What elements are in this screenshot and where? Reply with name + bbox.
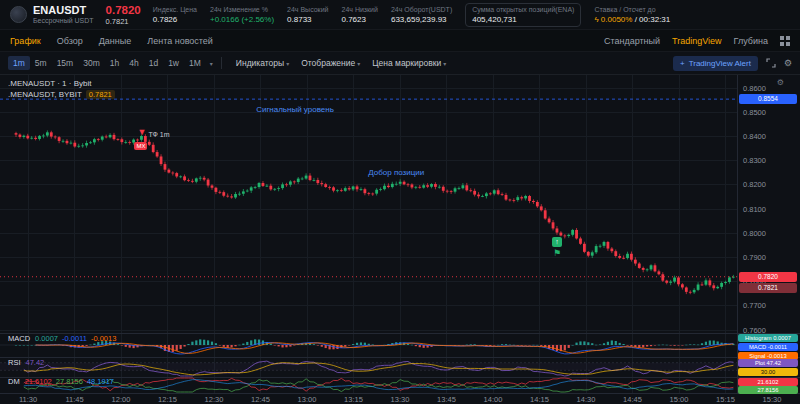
expand-icon[interactable] [766, 58, 776, 68]
chart-settings-icon[interactable]: ⚙ [777, 78, 784, 87]
view-tabs: ГрафикОбзорДанныеЛента новостей [10, 36, 213, 46]
last-price: 0.7820 [106, 4, 141, 17]
stat-value: 0.7623 [342, 14, 378, 25]
timeframe-5m[interactable]: 5m [30, 56, 52, 70]
add-position-label: Добор позиции [368, 168, 424, 177]
legend-symbol: .MENAUSDT, BYBIT [8, 90, 82, 99]
price-axis[interactable]: 0.86000.85000.84000.83000.82000.81000.80… [743, 84, 766, 335]
time-label: 12:00 [112, 395, 131, 404]
layout-grid-icon[interactable] [780, 36, 790, 46]
legend-value: 0.0007 [35, 334, 58, 343]
macd-badge-0: Histogram 0.0007 [738, 334, 798, 342]
header-stats: Индекс. Цена0.782624ч Изменение %+0.0166… [153, 3, 790, 27]
time-label: 11:30 [19, 395, 37, 404]
chevron-down-icon: ▾ [286, 61, 289, 67]
time-label: 15:30 [763, 395, 782, 404]
time-axis[interactable]: 11:3011:4512:0012:1512:3012:4513:0013:15… [19, 395, 782, 404]
stat-label: 24ч Изменение % [210, 5, 274, 14]
timeframe-15m[interactable]: 15m [52, 56, 79, 70]
price-label: 0.7700 [743, 301, 766, 310]
mx-badge: MX [134, 142, 147, 150]
legend-value: -0.0011 [62, 334, 87, 343]
chart-menus: Индикаторы▾Отображение▾Цена маркировки▾ [230, 56, 452, 70]
candles-layer [15, 130, 735, 294]
time-label: 15:15 [716, 395, 735, 404]
time-label: 13:45 [437, 395, 456, 404]
chart-toolbar: 1m5m15m30m1h4h1d1w1M ▾ Индикаторы▾Отобра… [0, 52, 800, 75]
timeframe-1d[interactable]: 1d [144, 56, 163, 70]
signal-level-label: Сигнальный уровень [256, 105, 334, 114]
timeframe-1w[interactable]: 1w [163, 56, 184, 70]
stat-label: 24ч Высокий [287, 5, 328, 14]
time-label: 14:30 [577, 395, 596, 404]
menu-indicators[interactable]: Индикаторы▾ [230, 56, 295, 70]
time-label: 12:15 [158, 395, 177, 404]
time-label: 13:00 [298, 395, 317, 404]
price-label: 0.8300 [743, 156, 766, 165]
tab-overview[interactable]: Обзор [57, 36, 83, 46]
price-label: 0.8500 [743, 108, 766, 117]
price-label: 0.8100 [743, 205, 766, 214]
stat-label: Ставка / Отсчет до [594, 5, 670, 14]
legend-value: 47.42 [26, 358, 45, 367]
tab-news[interactable]: Лента новостей [147, 36, 213, 46]
toolbar-right: + TradingView Alert ⚙ [673, 56, 792, 71]
legend-price-chip: 0.7821 [86, 90, 115, 99]
legend-value: 21.6102 [25, 377, 52, 386]
position-flag-icon: ⚑ [553, 249, 561, 258]
contract-type: Бессрочный USDT [33, 16, 94, 25]
chart-legend-secondary[interactable]: .MENAUSDT, BYBIT0.7821 [8, 90, 115, 99]
price-label: 0.7900 [743, 253, 766, 262]
timeframe-4h[interactable]: 4h [124, 56, 143, 70]
last-price-block: 0.7820 0.7821 [106, 4, 141, 26]
time-label: 11:45 [65, 395, 83, 404]
timeframe-1M[interactable]: 1M [184, 56, 206, 70]
long-entry-marker[interactable]: ↑ [552, 237, 562, 247]
stat-value: 0.8733 [287, 14, 328, 25]
header-stat-high_24h: 24ч Высокий0.8733 [287, 5, 328, 25]
chart-legend-primary[interactable]: .MENAUSDT · 1 · Bybit [8, 79, 91, 88]
menu-display[interactable]: Отображение▾ [295, 56, 366, 70]
mark-price-badge: 0.7821 [739, 283, 797, 293]
tab-chart[interactable]: График [10, 36, 41, 46]
rsi-badge-1: 30.00 [738, 368, 798, 376]
alert-plus-icon: + [680, 59, 685, 68]
candlestick-chart[interactable]: 0.86000.85000.84000.83000.82000.81000.80… [0, 75, 800, 404]
header-stat-turnover_24h: 24ч Оборот(USDT)633,659,239.93 [391, 5, 452, 25]
dm-pane [24, 378, 734, 392]
macd-badge-1: MACD -0.0011 [738, 343, 798, 351]
time-label: 14:00 [484, 395, 503, 404]
legend-value: 27.8156 [56, 377, 83, 386]
mark-price: 0.7821 [106, 17, 141, 26]
time-label: 14:15 [530, 395, 549, 404]
tab-standard[interactable]: Стандартный [604, 36, 660, 46]
header-stat-index_price: Индекс. Цена0.7826 [153, 5, 197, 25]
timeframe-1h[interactable]: 1h [105, 56, 124, 70]
header-stat-low_24h: 24ч Низкий0.7623 [342, 5, 378, 25]
timeframe-dropdown-caret[interactable]: ▾ [210, 60, 213, 67]
lightning-icon: ϟ 0.0050% [594, 15, 632, 24]
coin-logo-icon [10, 6, 27, 23]
header-stat-change_24h: 24ч Изменение %+0.0166 (+2.56%) [210, 5, 274, 25]
menu-price-marks[interactable]: Цена маркировки▾ [366, 56, 452, 70]
time-label: 12:30 [205, 395, 224, 404]
dm-badge-1: 27.8156 [738, 386, 798, 394]
rsi-legend[interactable]: RSI47.42 [8, 358, 48, 367]
stat-label: 24ч Низкий [342, 5, 378, 14]
symbol-name[interactable]: ENAUSDT [33, 4, 94, 16]
last-price-badge: 0.7820 [739, 272, 797, 282]
dm-legend[interactable]: DM21.610227.815648.1917 [8, 377, 118, 386]
stat-value: +0.0166 (+2.56%) [210, 14, 274, 25]
price-label: 0.8200 [743, 180, 766, 189]
macd-legend[interactable]: MACD0.0007-0.0011-0.0013 [8, 334, 120, 343]
tab-depth[interactable]: Глубина [734, 36, 768, 46]
tab-data[interactable]: Данные [99, 36, 132, 46]
stat-value: 633,659,239.93 [391, 14, 452, 25]
timeframe-30m[interactable]: 30m [78, 56, 105, 70]
tab-tradingview[interactable]: TradingView [672, 36, 722, 46]
timeframe-1m[interactable]: 1m [8, 56, 30, 70]
settings-gear-icon[interactable]: ⚙ [784, 58, 792, 68]
legend-value: 48.1917 [87, 377, 114, 386]
funding-rate-value: ϟ 0.0050% / 00:32:31 [594, 14, 670, 25]
tradingview-alert-button[interactable]: + TradingView Alert [673, 56, 758, 71]
